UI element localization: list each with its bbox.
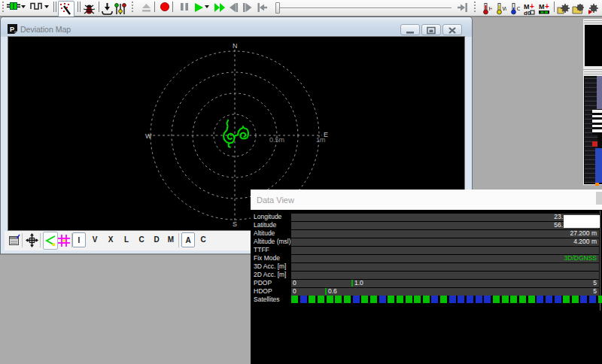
svg-text:0.5m: 0.5m: [269, 136, 284, 144]
svg-text:+: +: [545, 2, 549, 11]
svg-text:S: S: [233, 220, 237, 228]
svg-text:H: H: [489, 5, 493, 12]
svg-text:N: N: [233, 42, 238, 50]
svg-text:C: C: [517, 5, 521, 12]
svg-text:W: W: [145, 132, 152, 140]
svg-text:W: W: [503, 5, 507, 12]
svg-text:M: M: [539, 3, 545, 11]
svg-text:1m: 1m: [316, 136, 326, 144]
svg-text:d0: d0: [524, 10, 531, 16]
svg-text:P: P: [10, 26, 14, 33]
